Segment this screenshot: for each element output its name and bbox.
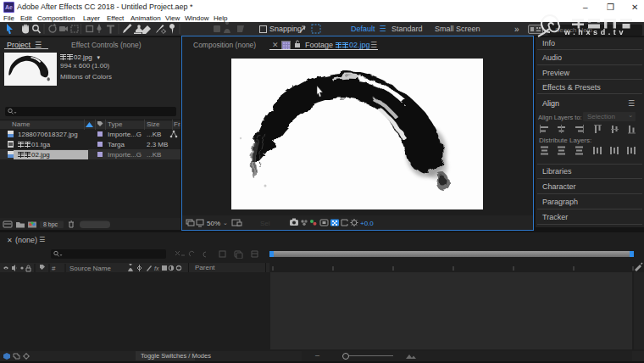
- svg-text:w.hxsd.tv: w.hxsd.tv: [564, 28, 626, 36]
- svg-text:#: #: [52, 265, 56, 272]
- svg-text:Source Name: Source Name: [69, 265, 111, 272]
- svg-text:fx: fx: [154, 265, 159, 271]
